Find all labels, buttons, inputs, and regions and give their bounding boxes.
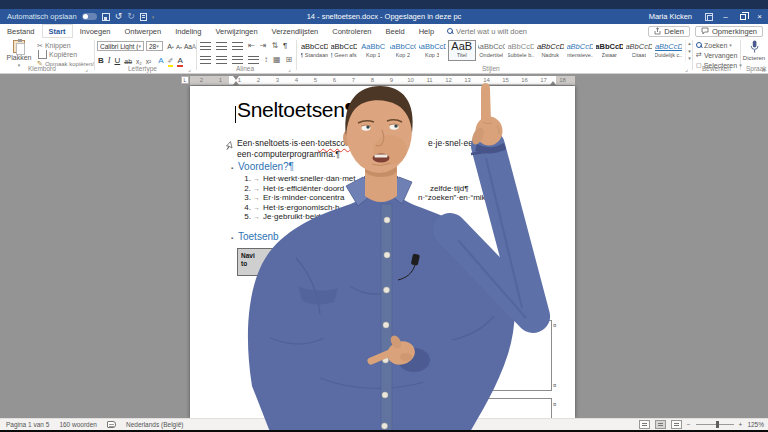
clipboard-dialog-launcher[interactable]: ⌟ bbox=[85, 65, 88, 72]
collapse-ribbon-icon[interactable]: ∧ bbox=[762, 66, 766, 73]
font-size-select[interactable]: 28▾ bbox=[146, 41, 163, 51]
ribbon-display-options-button[interactable] bbox=[700, 9, 717, 24]
style-card[interactable]: AaB Titel bbox=[448, 40, 477, 61]
grow-font-button[interactable]: A▴ bbox=[166, 41, 175, 51]
cut-label: Knippen bbox=[45, 42, 71, 49]
style-card[interactable]: AaBbCcDc Duidelijk c... bbox=[654, 40, 683, 61]
align-center-button[interactable] bbox=[216, 56, 227, 64]
style-card[interactable]: AaBbCcC Ondertitel bbox=[477, 40, 506, 61]
justify-button[interactable] bbox=[248, 56, 259, 64]
ribbon-tab[interactable]: Indeling bbox=[168, 24, 208, 38]
ribbon-tab[interactable]: Verwijzingen bbox=[208, 24, 264, 38]
subscript-button[interactable]: x₂ bbox=[136, 58, 142, 65]
undo-icon[interactable]: ↺ bbox=[115, 12, 123, 21]
dictate-label: Dicteren bbox=[742, 55, 766, 61]
zoom-level[interactable]: 125% bbox=[747, 421, 764, 428]
style-card[interactable]: AaBbCcDc ¶ Geen afs... bbox=[330, 40, 359, 61]
bullets-button[interactable] bbox=[200, 42, 211, 50]
comments-button[interactable]: Opmerkingen bbox=[695, 26, 763, 37]
dictate-button[interactable]: Dicteren bbox=[742, 40, 766, 61]
cut-button[interactable]: ✂Knippen bbox=[37, 41, 94, 50]
sort-icon[interactable]: ⇅ bbox=[271, 42, 278, 50]
user-name[interactable]: Maria Kicken bbox=[641, 12, 700, 21]
align-right-button[interactable] bbox=[232, 56, 243, 64]
tab-stop-selector[interactable]: L bbox=[181, 76, 189, 84]
redo-icon[interactable]: ↻ bbox=[127, 12, 135, 21]
copy-label: Kopiëren bbox=[49, 51, 77, 58]
ribbon-tab[interactable]: Help bbox=[412, 24, 441, 38]
print-preview-icon[interactable] bbox=[140, 13, 147, 21]
style-name: ¶ Geen afs... bbox=[330, 52, 358, 59]
font-color-button[interactable]: A bbox=[177, 56, 182, 65]
tell-me-search[interactable]: Vertel wat u wilt doen bbox=[447, 27, 527, 36]
ribbon-tab[interactable]: Verzendlijsten bbox=[265, 24, 326, 38]
style-card[interactable]: AaBbCcC Kop 2 bbox=[389, 40, 418, 61]
ribbon-tab[interactable]: Bestand bbox=[0, 24, 42, 38]
web-layout-button[interactable] bbox=[671, 420, 682, 429]
paragraph-dialog-launcher[interactable]: ⌟ bbox=[288, 65, 291, 72]
style-card[interactable]: AaBbCcDc Citaat bbox=[625, 40, 654, 61]
autosave-toggle[interactable] bbox=[82, 13, 97, 20]
styles-dialog-launcher[interactable]: ⌟ bbox=[685, 65, 688, 72]
page-indicator[interactable]: Pagina 1 van 5 bbox=[6, 421, 49, 428]
numbering-button[interactable] bbox=[216, 42, 227, 50]
style-card[interactable]: AaBbCcDc Nadruk bbox=[536, 40, 565, 61]
align-left-button[interactable] bbox=[200, 56, 211, 64]
ribbon-tab[interactable]: Invoegen bbox=[73, 24, 118, 38]
language-indicator[interactable]: Nederlands (België) bbox=[126, 421, 183, 428]
word-window: Automatisch opslaan ↺ ↻ ▾ 14 - sneltoets… bbox=[0, 0, 768, 432]
borders-icon[interactable]: ⊞ bbox=[286, 56, 293, 64]
style-sample: AaBbCcDc bbox=[536, 41, 565, 52]
multilevel-list-button[interactable] bbox=[232, 42, 243, 50]
close-button[interactable]: × bbox=[751, 9, 768, 24]
ribbon-display-options-icon bbox=[705, 13, 713, 21]
strikethrough-button[interactable]: ab bbox=[124, 58, 132, 65]
style-card[interactable]: AaBbC Kop 1 bbox=[359, 40, 388, 61]
find-icon bbox=[696, 42, 702, 48]
proofing-status-icon[interactable] bbox=[107, 421, 116, 428]
style-card[interactable]: AaBbCcDc Intensieve... bbox=[566, 40, 595, 61]
ribbon-tab[interactable]: Controleren bbox=[325, 24, 378, 38]
restore-button[interactable] bbox=[734, 9, 751, 24]
word-count[interactable]: 160 woorden bbox=[59, 421, 97, 428]
zoom-out-button[interactable]: − bbox=[687, 421, 691, 428]
find-button[interactable]: Zoeken▾ bbox=[696, 40, 742, 50]
decrease-indent-icon[interactable]: ⇤ bbox=[248, 42, 255, 50]
print-layout-button[interactable] bbox=[655, 420, 666, 429]
text-highlight-button[interactable]: ✐ bbox=[168, 57, 174, 65]
increase-indent-icon[interactable]: ⇥ bbox=[260, 42, 267, 50]
zoom-slider[interactable] bbox=[696, 424, 734, 425]
line-spacing-icon[interactable]: ↕ bbox=[264, 56, 268, 64]
paste-button[interactable]: Plakken ▾ bbox=[5, 40, 33, 68]
zoom-slider-thumb[interactable] bbox=[716, 421, 719, 428]
styles-gallery-scroll[interactable]: ▴▾▾ bbox=[685, 40, 693, 61]
minimize-button[interactable]: – bbox=[717, 9, 734, 24]
style-card[interactable]: AaBbCcDc Zwaar bbox=[595, 40, 624, 61]
replace-button[interactable]: ⇄Vervangen bbox=[696, 50, 742, 60]
shading-icon[interactable]: ▦ bbox=[273, 56, 281, 64]
share-button[interactable]: Delen bbox=[648, 26, 690, 37]
style-card[interactable]: AaBbCcDc ¶ Standaard bbox=[300, 40, 329, 61]
style-card[interactable]: AaBbCcDc Subtiele b... bbox=[507, 40, 536, 61]
superscript-button[interactable]: x² bbox=[146, 58, 151, 65]
italic-button[interactable]: I bbox=[108, 56, 111, 65]
ribbon-tab[interactable]: Start bbox=[42, 24, 73, 38]
ribbon-tab[interactable]: Beeld bbox=[378, 24, 411, 38]
style-card[interactable]: AaBbCcD Kop 3 bbox=[418, 40, 447, 61]
save-icon[interactable] bbox=[102, 13, 110, 21]
text-effects-button[interactable]: A bbox=[158, 56, 163, 65]
clear-formatting-button[interactable]: A bbox=[191, 41, 197, 51]
zoom-in-button[interactable]: + bbox=[739, 421, 743, 428]
ribbon-tab[interactable]: Ontwerpen bbox=[118, 24, 169, 38]
show-formatting-marks-button[interactable]: ¶ bbox=[283, 42, 287, 50]
editing-group-label: Bewerken bbox=[702, 65, 731, 72]
customize-qat-dropdown-icon[interactable]: ▾ bbox=[152, 14, 155, 20]
read-mode-button[interactable] bbox=[639, 420, 650, 429]
underline-button[interactable]: U bbox=[114, 56, 120, 65]
style-sample: AaBbCcDc bbox=[625, 41, 654, 52]
font-dialog-launcher[interactable]: ⌟ bbox=[188, 65, 191, 72]
shrink-font-button[interactable]: A▾ bbox=[175, 42, 183, 52]
bold-button[interactable]: B bbox=[98, 56, 104, 65]
font-name-select[interactable]: Calibri Light (K▾ bbox=[97, 41, 144, 51]
copy-button[interactable]: Kopiëren bbox=[37, 50, 94, 59]
